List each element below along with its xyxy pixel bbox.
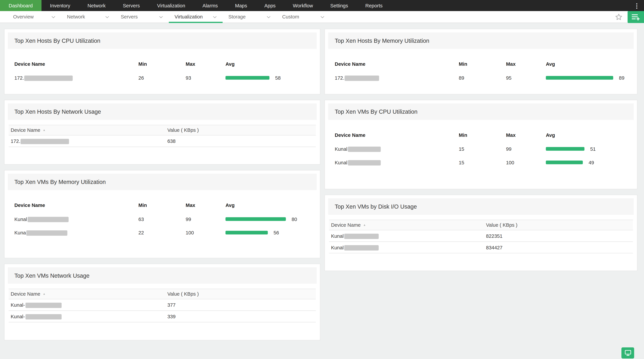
redacted-device-name (25, 302, 62, 308)
column-header-avg: Avg (546, 132, 627, 138)
cell-max: 99 (506, 146, 546, 152)
dashboard-content: Top Xen Hosts By CPU UtilizationDevice N… (0, 23, 644, 346)
app-screen: DashboardInventoryNetworkServersVirtuali… (0, 0, 644, 359)
cell-value: 834427 (484, 244, 633, 250)
device-name-cell: Kunal (335, 160, 459, 165)
chevron-down-icon[interactable] (213, 14, 216, 18)
chevron-down-icon[interactable] (321, 14, 324, 18)
sort-asc-icon[interactable]: ▲ (43, 128, 46, 132)
cell-max: 95 (506, 75, 546, 81)
favorite-button[interactable] (615, 13, 623, 21)
tab-custom[interactable]: Custom (276, 11, 330, 23)
add-dashboard-button[interactable] (628, 11, 644, 23)
value-table: Device Name▲Value ( KBps )172.638 (8, 125, 316, 147)
column-header-device-name: Device Name (14, 202, 138, 208)
tab-servers[interactable]: Servers (115, 11, 169, 23)
nav-item-servers[interactable]: Servers (114, 0, 148, 11)
column-header-min: Min (459, 132, 506, 138)
cell-max: 99 (186, 216, 226, 222)
cell-min: 15 (459, 160, 506, 165)
right-column: Top Xen Hosts By Memory UtilizationDevic… (324, 29, 638, 276)
redacted-device-name (26, 230, 68, 236)
avg-bar (226, 231, 268, 234)
nav-item-alarms[interactable]: Alarms (194, 0, 226, 11)
slideshow-icon (624, 350, 631, 356)
nav-item-virtualization[interactable]: Virtualization (148, 0, 194, 11)
redacted-device-name (25, 314, 62, 319)
utilization-table: Device NameMinMaxAvgKunal639980Kuna22100… (4, 193, 320, 246)
widget-top-xen-vms-by-cpu-utilization: Top Xen VMs By CPU UtilizationDevice Nam… (324, 100, 638, 189)
value-table: Device Name▲Value ( KBps )Kunal822351Kun… (329, 220, 633, 253)
tab-label: Network (67, 14, 85, 20)
nav-item-apps[interactable]: Apps (256, 0, 284, 11)
nav-items: DashboardInventoryNetworkServersVirtuali… (0, 0, 630, 11)
widget-top-xen-vms-by-memory-utilization: Top Xen VMs By Memory UtilizationDevice … (4, 170, 320, 258)
device-name-cell: Kunal (14, 216, 138, 222)
column-header-value-kbps: Value ( KBps ) (165, 127, 316, 133)
tab-storage[interactable]: Storage (222, 11, 276, 23)
table-row: Kuna2210056 (14, 226, 310, 240)
column-header-max: Max (506, 132, 546, 138)
cell-min: 15 (459, 146, 506, 152)
nav-item-workflow[interactable]: Workflow (284, 0, 322, 11)
cell-avg: 51 (546, 146, 627, 152)
redacted-device-name (348, 146, 381, 152)
avg-bar (226, 76, 269, 80)
tab-virtualization[interactable]: Virtualization (169, 11, 223, 23)
tab-label: Storage (228, 14, 246, 20)
column-header-device-name[interactable]: Device Name▲ (8, 127, 165, 133)
device-name-text: 172. (335, 75, 344, 81)
chevron-down-icon[interactable] (52, 14, 55, 18)
utilization-table: Device NameMinMaxAvgKunal159951Kunal1510… (325, 123, 637, 176)
widget-header: Top Xen Hosts By Network Usage (8, 104, 317, 120)
redacted-device-name (27, 217, 68, 222)
widget-header: Top Xen VMs By CPU Utilization (328, 104, 634, 120)
widget-header: Top Xen Hosts By CPU Utilization (8, 32, 317, 49)
device-name-text: Kunal (331, 233, 344, 239)
nav-item-settings[interactable]: Settings (322, 0, 357, 11)
nav-item-network[interactable]: Network (79, 0, 114, 11)
cell-avg: 89 (546, 75, 627, 81)
device-name-text: 172. (11, 138, 20, 144)
dashboard-tabs: OverviewNetworkServersVirtualizationStor… (8, 11, 330, 23)
widget-top-xen-vms-by-disk-i-o-usage: Top Xen VMs by Disk I/O UsageDevice Name… (324, 195, 638, 271)
column-header-avg: Avg (226, 61, 310, 67)
tab-label: Servers (121, 14, 138, 20)
nav-item-dashboard[interactable]: Dashboard (0, 0, 42, 11)
sort-asc-icon[interactable]: ▲ (363, 223, 366, 226)
cell-max: 93 (186, 75, 226, 81)
device-name-text: Kunal (331, 244, 344, 250)
nav-item-reports[interactable]: Reports (357, 0, 391, 11)
column-header-max: Max (506, 61, 546, 67)
column-header-avg: Avg (546, 61, 627, 67)
column-header-device-name[interactable]: Device Name▲ (8, 291, 165, 297)
device-name-cell: 172. (335, 75, 459, 81)
widget-title: Top Xen Hosts By CPU Utilization (14, 38, 310, 44)
column-header-device-name[interactable]: Device Name▲ (329, 222, 484, 228)
cell-min: 26 (138, 75, 186, 81)
table-header-row: Device Name▲Value ( KBps ) (8, 289, 316, 300)
cell-min: 89 (459, 75, 506, 81)
chevron-down-icon[interactable] (106, 14, 109, 18)
device-name-text: Kunal (14, 216, 27, 222)
chevron-down-icon[interactable] (267, 14, 270, 18)
widget-header: Top Xen VMs by Disk I/O Usage (328, 198, 634, 215)
redacted-device-name (21, 139, 69, 144)
table-header-row: Device NameMinMaxAvg (14, 198, 310, 212)
cell-min: 63 (138, 216, 186, 222)
widget-header: Top Xen VMs Network Usage (8, 267, 317, 284)
cell-avg: 80 (226, 216, 310, 222)
slideshow-button[interactable] (621, 348, 634, 358)
kebab-menu-icon[interactable]: ⋮ (630, 0, 644, 11)
nav-item-inventory[interactable]: Inventory (42, 0, 79, 11)
chevron-down-icon[interactable] (159, 14, 163, 18)
table-header-row: Device NameMinMaxAvg (335, 57, 627, 71)
sort-asc-icon[interactable]: ▲ (43, 292, 46, 295)
device-name-cell: Kuna (14, 230, 138, 236)
tab-network[interactable]: Network (61, 11, 115, 23)
nav-item-maps[interactable]: Maps (226, 0, 256, 11)
tab-overview[interactable]: Overview (8, 11, 61, 23)
widget-title: Top Xen Hosts By Network Usage (14, 108, 310, 115)
cell-value: 822351 (484, 233, 633, 239)
widget-header: Top Xen VMs By Memory Utilization (8, 174, 317, 190)
